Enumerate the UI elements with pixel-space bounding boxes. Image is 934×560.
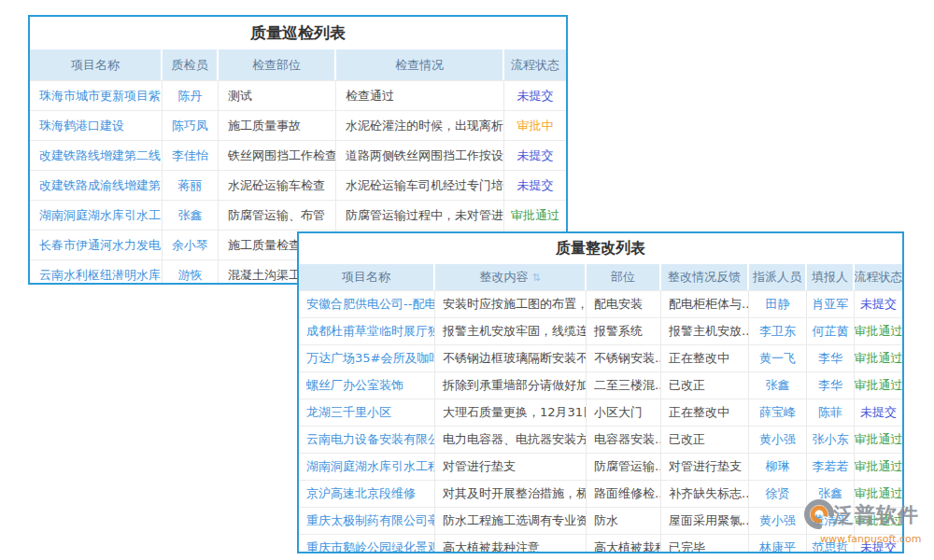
- status-badge: 审批通过: [855, 427, 902, 453]
- reporter-name[interactable]: 董清平: [807, 508, 855, 534]
- rectify-content: 大理石质量更换，12月31日之...: [435, 399, 587, 426]
- status-badge: 审批通过: [855, 508, 902, 534]
- project-name-link[interactable]: 成都杜甫草堂临时展厅独立展...: [299, 318, 435, 344]
- inspection-situation: 水泥砼运输车司机经过专门培训...: [336, 171, 504, 200]
- inspector-name[interactable]: 张鑫: [163, 201, 219, 230]
- project-name-link[interactable]: 改建铁路成渝线增建第...: [30, 171, 163, 200]
- feedback: 已改正: [661, 372, 749, 399]
- assignee-name[interactable]: 张鑫: [749, 372, 807, 399]
- inspector-name[interactable]: 陈巧凤: [163, 111, 219, 140]
- reporter-name[interactable]: 何芷茵: [807, 318, 855, 344]
- feedback: 屋面采用聚氯...: [661, 508, 749, 534]
- feedback: 已改正: [661, 427, 749, 453]
- project-name-link[interactable]: 湖南洞庭湖水库引水工程施工I标: [299, 454, 435, 480]
- rectify-content: 报警主机安放牢固，线缆连接...: [435, 318, 587, 344]
- col-header-status: 流程状态: [855, 264, 902, 290]
- assignee-name[interactable]: 李卫东: [749, 318, 807, 344]
- inspector-name[interactable]: 蒋丽: [163, 171, 219, 200]
- table-row: 湖南洞庭湖水库引水工...张鑫防腐管运输、布管防腐管运输过程中，未对管进行...…: [30, 200, 566, 230]
- part: 路面维修检...: [587, 481, 661, 507]
- inspection-situation: 道路两侧铁丝网围挡工作按设计...: [336, 141, 504, 170]
- inspection-situation: 水泥砼灌注的时候，出现离析现象: [336, 111, 504, 140]
- table-row: 改建铁路成渝线增建第...蒋丽水泥砼运输车检查水泥砼运输车司机经过专门培训...…: [30, 170, 566, 200]
- reporter-name[interactable]: 陈菲: [807, 399, 855, 426]
- col-header-project: 项目名称: [299, 264, 435, 290]
- project-name-link[interactable]: 重庆市鹅岭公园绿化景观提升...: [299, 535, 435, 553]
- table-row: 重庆市鹅岭公园绿化景观提升...高大植被栽种注意高大植被栽种已完毕林康平范思哲未…: [299, 534, 902, 553]
- assignee-name[interactable]: 黄一飞: [749, 345, 807, 371]
- status-badge: 未提交: [855, 535, 902, 553]
- inspector-name[interactable]: 余小琴: [163, 231, 219, 259]
- part: 二至三楼混...: [587, 372, 661, 399]
- inspection-part: 施工质量事故: [219, 111, 336, 140]
- rectify-content: 防水工程施工选调有专业资质...: [435, 508, 587, 534]
- table-body: 安徽合肥供电公司--配电设备...安装时应按施工图的布置，将...配电安装配电柜…: [299, 290, 902, 553]
- col-header-status: 流程状态: [504, 49, 566, 80]
- rectify-content: 对其及时开展整治措施，桥头...: [435, 481, 587, 507]
- inspection-part: 测试: [219, 81, 336, 110]
- project-name-link[interactable]: 重庆太极制药有限公司亳州中...: [299, 508, 435, 534]
- part: 不锈钢安装...: [587, 345, 661, 371]
- reporter-name[interactable]: 李若若: [807, 454, 855, 480]
- part: 配电安装: [587, 291, 661, 317]
- table-row: 万达广场35#会所及咖啡厅空...不锈钢边框玻璃隔断安装不牢...不锈钢安装..…: [299, 344, 902, 371]
- reporter-name[interactable]: 李华: [807, 345, 855, 371]
- sort-icon[interactable]: ⇅: [531, 272, 540, 284]
- table-row: 成都杜甫草堂临时展厅独立展...报警主机安放牢固，线缆连接...报警系统报警主机…: [299, 317, 902, 344]
- col-header-part: 检查部位: [219, 49, 336, 80]
- project-name-link[interactable]: 珠海鹤港口建设: [30, 111, 163, 140]
- project-name-link[interactable]: 长春市伊通河水力发电...: [30, 231, 163, 259]
- project-name-link[interactable]: 湖南洞庭湖水库引水工...: [30, 201, 163, 230]
- assignee-name[interactable]: 薛宝峰: [749, 399, 807, 426]
- feedback: 已完毕: [661, 535, 749, 553]
- assignee-name[interactable]: 田静: [749, 291, 807, 317]
- project-name-link[interactable]: 京沪高速北京段维修: [299, 481, 435, 507]
- project-name-link[interactable]: 安徽合肥供电公司--配电设备...: [299, 291, 435, 317]
- table-row: 螺丝厂办公室装饰拆除到承重墙部分请做好加固...二至三楼混...已改正张鑫李华审…: [299, 371, 902, 399]
- col-header-content[interactable]: 整改内容 ⇅: [435, 264, 587, 290]
- col-header-situation: 检查情况: [336, 49, 504, 80]
- project-name-link[interactable]: 龙湖三千里小区: [299, 399, 435, 426]
- project-name-link[interactable]: 万达广场35#会所及咖啡厅空...: [299, 345, 435, 371]
- inspection-part: 铁丝网围挡工作检查: [219, 141, 336, 170]
- feedback: 正在整改中: [661, 399, 749, 426]
- part: 小区大门: [587, 399, 661, 426]
- project-name-link[interactable]: 珠海市城市更新项目紫...: [30, 81, 163, 110]
- reporter-name[interactable]: 张鑫: [807, 481, 855, 507]
- assignee-name[interactable]: 徐贤: [749, 481, 807, 507]
- inspector-name[interactable]: 游恢: [163, 260, 219, 285]
- table-row: 珠海鹤港口建设陈巧凤施工质量事故水泥砼灌注的时候，出现离析现象审批中: [30, 110, 566, 140]
- project-name-link[interactable]: 云南电力设备安装有限公司20...: [299, 427, 435, 453]
- table-header: 项目名称 整改内容 ⇅ 部位 整改情况反馈 指派人员 填报人 流程状态: [299, 264, 902, 290]
- project-name-link[interactable]: 改建铁路线增建第二线...: [30, 141, 163, 170]
- status-badge: 审批通过: [855, 372, 902, 399]
- feedback: 补齐缺失标志...: [661, 481, 749, 507]
- assignee-name[interactable]: 柳琳: [749, 454, 807, 480]
- table-header: 项目名称 质检员 检查部位 检查情况 流程状态: [30, 49, 566, 80]
- reporter-name[interactable]: 张小东: [807, 427, 855, 453]
- rectify-content: 对管进行垫支: [435, 454, 587, 480]
- table-row: 珠海市城市更新项目紫...陈丹测试检查通过未提交: [30, 80, 566, 110]
- reporter-name[interactable]: 李华: [807, 372, 855, 399]
- part: 电容器安装...: [587, 427, 661, 453]
- inspector-name[interactable]: 陈丹: [163, 81, 219, 110]
- assignee-name[interactable]: 林康平: [749, 535, 807, 553]
- table-title: 质量巡检列表: [30, 17, 566, 49]
- reporter-name[interactable]: 肖亚军: [807, 291, 855, 317]
- table-row: 重庆太极制药有限公司亳州中...防水工程施工选调有专业资质...防水屋面采用聚氯…: [299, 507, 902, 534]
- project-name-link[interactable]: 云南水利枢纽潜明水库...: [30, 260, 163, 285]
- status-badge: 未提交: [855, 291, 902, 317]
- project-name-link[interactable]: 螺丝厂办公室装饰: [299, 372, 435, 399]
- assignee-name[interactable]: 黄小强: [749, 508, 807, 534]
- status-badge: 未提交: [504, 141, 566, 170]
- reporter-name[interactable]: 范思哲: [807, 535, 855, 553]
- rectify-content: 安装时应按施工图的布置，将...: [435, 291, 587, 317]
- table-title: 质量整改列表: [299, 233, 902, 264]
- inspector-name[interactable]: 李佳怡: [163, 141, 219, 170]
- feedback: 正在整改中: [661, 345, 749, 371]
- feedback: 报警主机安放...: [661, 318, 749, 344]
- feedback: 配电柜柜体与...: [661, 291, 749, 317]
- status-badge: 审批通过: [855, 318, 902, 344]
- assignee-name[interactable]: 黄小强: [749, 427, 807, 453]
- table-row: 龙湖三千里小区大理石质量更换，12月31日之...小区大门正在整改中薛宝峰陈菲未…: [299, 399, 902, 426]
